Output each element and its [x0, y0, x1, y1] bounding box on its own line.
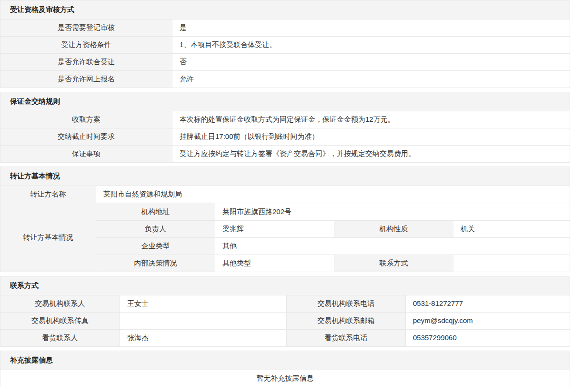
row-value: 是	[172, 20, 570, 36]
row-label: 内部决策情况	[96, 255, 215, 272]
section-supplementary-disclosure: 补充披露信息 暂无补充披露信息	[0, 351, 570, 387]
row-label: 负责人	[96, 221, 215, 237]
row-value: 机关	[453, 221, 570, 237]
section-title: 保证金交纳规则	[0, 92, 570, 111]
row-label: 交纳截止时间要求	[0, 128, 172, 145]
table-row: 是否允许联合受让 否	[0, 53, 570, 70]
row-value	[453, 255, 570, 272]
row-label: 转让方名称	[0, 186, 96, 203]
section-title: 受让资格及审核方式	[0, 0, 570, 19]
row-value: peym@sdcqjy.com	[405, 313, 570, 329]
row-value: 梁兆辉	[215, 221, 334, 237]
section-title: 补充披露信息	[0, 351, 570, 370]
table-row: 是否需要登记审核 是	[0, 19, 570, 36]
row-value: 本次标的处置保证金收取方式为固定保证金，保证金金额为12万元。	[172, 111, 570, 128]
row-label: 是否允许网上报名	[0, 71, 172, 88]
row-value: 其他类型	[215, 255, 334, 272]
row-value	[120, 313, 286, 329]
row-label: 受让方资格条件	[0, 37, 172, 53]
section-contact-info: 联系方式 交易机构联系人 王女士 交易机构联系电话 0531-81272777 …	[0, 276, 570, 347]
table-row: 看货联系人 张海杰 看货联系电话 05357299060	[0, 329, 570, 346]
section-transfer-qualification: 受让资格及审核方式 是否需要登记审核 是 受让方资格条件 1、本项目不接受联合体…	[0, 0, 570, 88]
row-label: 交易机构联系人	[0, 295, 120, 312]
table-row: 负责人 梁兆辉 机构性质 机关	[96, 220, 570, 237]
table-row: 收取方案 本次标的处置保证金收取方式为固定保证金，保证金金额为12万元。	[0, 111, 570, 128]
row-label: 交易机构联系邮箱	[286, 313, 405, 329]
row-value: 受让方应按约定与转让方签署《资产交易合同》，并按规定交纳交易费用。	[172, 146, 570, 162]
row-value: 其他	[215, 238, 570, 255]
row-label: 是否需要登记审核	[0, 20, 172, 36]
transferor-detail-group: 转让方基本情况 机构地址 莱阳市旌旗西路202号 负责人 梁兆辉 机构性质 机关…	[0, 203, 570, 272]
row-label: 企业类型	[96, 238, 215, 255]
table-row: 受让方资格条件 1、本项目不接受联合体受让。	[0, 36, 570, 53]
row-label: 看货联系电话	[286, 330, 405, 346]
row-value: 否	[172, 54, 570, 70]
section-title: 转让方基本情况	[0, 167, 570, 186]
row-value: 张海杰	[120, 330, 286, 346]
section-transferor-info: 转让方基本情况 转让方名称 莱阳市自然资源和规划局 转让方基本情况 机构地址 莱…	[0, 167, 570, 272]
group-label: 转让方基本情况	[0, 203, 96, 272]
row-label: 看货联系人	[0, 330, 120, 346]
section-title: 联系方式	[0, 276, 570, 295]
table-row: 转让方名称 莱阳市自然资源和规划局	[0, 186, 570, 203]
table-row: 机构地址 莱阳市旌旗西路202号	[96, 203, 570, 220]
empty-disclosure-text: 暂无补充披露信息	[0, 370, 570, 387]
row-label: 交易机构联系传真	[0, 313, 120, 329]
table-row: 交易机构联系传真 交易机构联系邮箱 peym@sdcqjy.com	[0, 312, 570, 329]
row-label: 机构性质	[334, 221, 453, 237]
row-label: 联系方式	[334, 255, 453, 272]
row-label: 保证事项	[0, 146, 172, 162]
table-row: 暂无补充披露信息	[0, 370, 570, 387]
table-row: 交纳截止时间要求 挂牌截止日17:00前（以银行到账时间为准）	[0, 128, 570, 145]
row-value: 05357299060	[405, 330, 570, 346]
table-row: 内部决策情况 其他类型 联系方式	[96, 255, 570, 272]
row-label: 是否允许联合受让	[0, 54, 172, 70]
row-value: 1、本项目不接受联合体受让。	[172, 37, 570, 53]
section-deposit-rules: 保证金交纳规则 收取方案 本次标的处置保证金收取方式为固定保证金，保证金金额为1…	[0, 92, 570, 163]
asset-listing-detail-page: 受让资格及审核方式 是否需要登记审核 是 受让方资格条件 1、本项目不接受联合体…	[0, 0, 572, 387]
table-row: 是否允许网上报名 允许	[0, 70, 570, 88]
row-value: 挂牌截止日17:00前（以银行到账时间为准）	[172, 128, 570, 145]
table-row: 企业类型 其他	[96, 237, 570, 255]
row-value: 莱阳市旌旗西路202号	[215, 203, 570, 220]
row-label: 交易机构联系电话	[286, 295, 405, 312]
table-row: 保证事项 受让方应按约定与转让方签署《资产交易合同》，并按规定交纳交易费用。	[0, 145, 570, 162]
row-label: 收取方案	[0, 111, 172, 128]
row-value: 莱阳市自然资源和规划局	[96, 186, 570, 203]
row-value: 0531-81272777	[405, 295, 570, 312]
row-label: 机构地址	[96, 203, 215, 220]
table-row: 交易机构联系人 王女士 交易机构联系电话 0531-81272777	[0, 295, 570, 312]
row-value: 允许	[172, 71, 570, 88]
row-value: 王女士	[120, 295, 286, 312]
